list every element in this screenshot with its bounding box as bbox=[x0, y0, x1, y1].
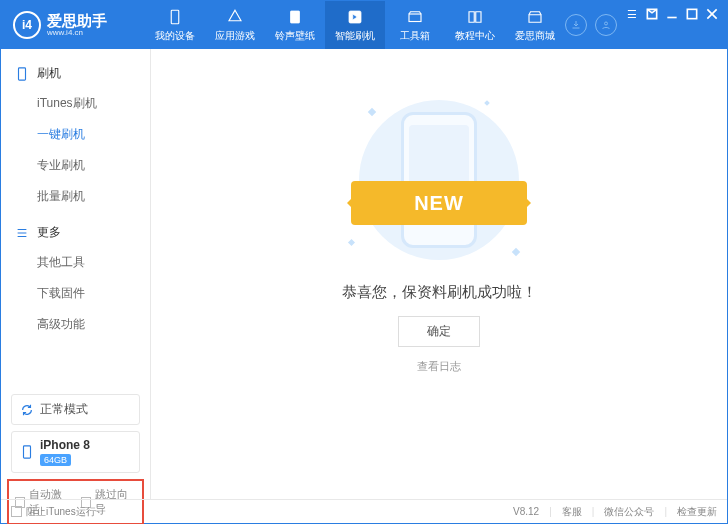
skin-button[interactable] bbox=[645, 7, 659, 21]
titlebar-actions bbox=[565, 14, 625, 36]
new-ribbon: NEW bbox=[351, 181, 527, 225]
nav-toolbox[interactable]: 工具箱 bbox=[385, 1, 445, 49]
svg-rect-3 bbox=[409, 14, 421, 22]
svg-rect-1 bbox=[291, 11, 300, 23]
sidebar: 刷机 iTunes刷机 一键刷机 专业刷机 批量刷机 更多 其他工具 下载固件 … bbox=[1, 49, 151, 499]
sidebar-group-more: 更多 bbox=[1, 218, 150, 247]
nav-flash[interactable]: 智能刷机 bbox=[325, 1, 385, 49]
body: 刷机 iTunes刷机 一键刷机 专业刷机 批量刷机 更多 其他工具 下载固件 … bbox=[1, 49, 727, 499]
nav-my-device[interactable]: 我的设备 bbox=[145, 1, 205, 49]
status-link-wechat[interactable]: 微信公众号 bbox=[604, 505, 654, 519]
nav-store[interactable]: 爱思商城 bbox=[505, 1, 565, 49]
view-log-link[interactable]: 查看日志 bbox=[417, 359, 461, 374]
menu-icon bbox=[15, 226, 29, 240]
logo-icon: i4 bbox=[13, 11, 41, 39]
device-icon bbox=[166, 8, 184, 26]
menu-button[interactable]: ☰ bbox=[625, 7, 639, 21]
sidebar-group-flash: 刷机 bbox=[1, 59, 150, 88]
main-panel: NEW 恭喜您，保资料刷机成功啦！ 确定 查看日志 bbox=[151, 49, 727, 499]
brand: i4 爱思助手 www.i4.cn bbox=[1, 11, 145, 39]
maximize-button[interactable] bbox=[685, 7, 699, 21]
device-storage: 64GB bbox=[40, 454, 71, 466]
minimize-button[interactable] bbox=[665, 7, 679, 21]
sidebar-item-advanced[interactable]: 高级功能 bbox=[1, 309, 150, 340]
sidebar-item-oneclick-flash[interactable]: 一键刷机 bbox=[1, 119, 150, 150]
sidebar-item-itunes-flash[interactable]: iTunes刷机 bbox=[1, 88, 150, 119]
download-button[interactable] bbox=[565, 14, 587, 36]
refresh-icon bbox=[20, 403, 34, 417]
top-nav: 我的设备 应用游戏 铃声壁纸 智能刷机 工具箱 教程中心 bbox=[145, 1, 565, 49]
device-box[interactable]: iPhone 8 64GB bbox=[11, 431, 140, 473]
svg-rect-0 bbox=[171, 10, 179, 24]
note-icon bbox=[286, 8, 304, 26]
flash-icon bbox=[346, 8, 364, 26]
sidebar-item-batch-flash[interactable]: 批量刷机 bbox=[1, 181, 150, 212]
apps-icon bbox=[226, 8, 244, 26]
sidebar-item-pro-flash[interactable]: 专业刷机 bbox=[1, 150, 150, 181]
phone-graphic bbox=[401, 112, 477, 248]
phone-icon bbox=[15, 67, 29, 81]
sidebar-item-download-firmware[interactable]: 下载固件 bbox=[1, 278, 150, 309]
svg-rect-7 bbox=[24, 446, 31, 458]
svg-point-4 bbox=[605, 22, 608, 25]
toolbox-icon bbox=[406, 8, 424, 26]
sidebar-item-other-tools[interactable]: 其他工具 bbox=[1, 247, 150, 278]
confirm-button[interactable]: 确定 bbox=[398, 316, 480, 347]
svg-rect-5 bbox=[687, 9, 696, 18]
brand-name: 爱思助手 bbox=[47, 13, 107, 28]
status-link-update[interactable]: 检查更新 bbox=[677, 505, 717, 519]
titlebar: i4 爱思助手 www.i4.cn 我的设备 应用游戏 铃声壁纸 智能刷机 bbox=[1, 1, 727, 49]
svg-rect-6 bbox=[19, 67, 26, 79]
status-link-support[interactable]: 客服 bbox=[562, 505, 582, 519]
version-label: V8.12 bbox=[513, 506, 539, 517]
statusbar: 阻止iTunes运行 V8.12 | 客服 | 微信公众号 | 检查更新 bbox=[1, 499, 727, 523]
nav-ringtones[interactable]: 铃声壁纸 bbox=[265, 1, 325, 49]
user-button[interactable] bbox=[595, 14, 617, 36]
app-window: i4 爱思助手 www.i4.cn 我的设备 应用游戏 铃声壁纸 智能刷机 bbox=[0, 0, 728, 524]
store-icon bbox=[526, 8, 544, 26]
success-message: 恭喜您，保资料刷机成功啦！ bbox=[342, 283, 537, 302]
book-icon bbox=[466, 8, 484, 26]
mode-label: 正常模式 bbox=[40, 401, 88, 418]
window-controls: ☰ bbox=[625, 1, 727, 49]
brand-url: www.i4.cn bbox=[47, 28, 107, 37]
nav-apps[interactable]: 应用游戏 bbox=[205, 1, 265, 49]
device-name: iPhone 8 bbox=[40, 438, 90, 452]
phone-small-icon bbox=[20, 445, 34, 459]
block-itunes-checkbox[interactable]: 阻止iTunes运行 bbox=[11, 505, 96, 519]
nav-tutorials[interactable]: 教程中心 bbox=[445, 1, 505, 49]
success-illustration: NEW bbox=[329, 95, 549, 265]
mode-box[interactable]: 正常模式 bbox=[11, 394, 140, 425]
close-button[interactable] bbox=[705, 7, 719, 21]
